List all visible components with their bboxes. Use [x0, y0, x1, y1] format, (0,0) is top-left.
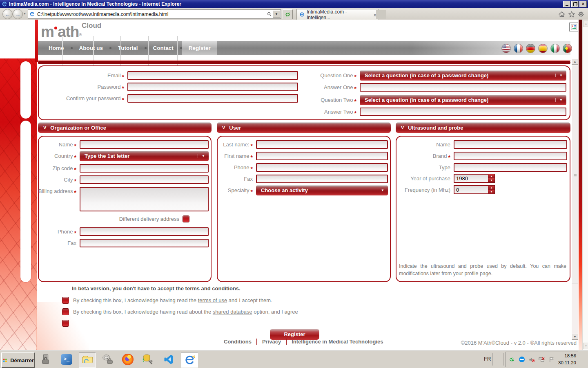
user-firstname-input[interactable] [256, 152, 388, 160]
user-lastname-input[interactable] [256, 140, 388, 149]
restore-button[interactable] [571, 1, 579, 7]
nav-item-register[interactable]: Register [182, 41, 217, 55]
terms-checkbox-2[interactable] [62, 308, 69, 315]
terms-text: By checking this box, I acknowledge havi… [73, 297, 198, 303]
spin-up-button[interactable]: ▲ [488, 174, 494, 178]
terms-text: option, and I agree [252, 309, 298, 315]
history-dropdown[interactable]: ▼ [23, 12, 26, 15]
org-country-select[interactable]: Type the 1st letter ▼ [80, 151, 209, 161]
confirm-password-input[interactable] [127, 94, 298, 103]
user-section-header[interactable]: V User [217, 122, 391, 133]
flag-pt-icon[interactable] [563, 44, 572, 53]
probe-name-input[interactable] [454, 140, 567, 149]
collapse-icon[interactable]: V [43, 125, 46, 130]
browser-scroll-up[interactable]: ▲ [583, 20, 588, 27]
password-input[interactable] [127, 83, 298, 91]
browser-scroll-down[interactable]: ▼ [583, 343, 588, 349]
collapse-icon[interactable]: V [222, 125, 225, 130]
forward-button[interactable]: → [13, 9, 23, 19]
antivirus-check-icon[interactable] [508, 356, 515, 363]
teamviewer-icon[interactable] [518, 356, 525, 363]
nav-item-contact[interactable]: Contact [147, 41, 180, 55]
email-input[interactable] [127, 71, 298, 80]
clock-date: 30.11.20 [558, 359, 576, 366]
probe-type-input[interactable] [454, 163, 567, 172]
year-of-purchase-input[interactable] [454, 174, 488, 183]
spin-down-button[interactable]: ▼ [488, 190, 494, 194]
page-scrollbar[interactable]: ▲ ▼ [572, 58, 578, 340]
user-phone-input[interactable] [256, 163, 388, 172]
address-input[interactable] [36, 11, 265, 17]
chevron-down-icon: ▼ [198, 154, 209, 158]
scrollbar-thumb[interactable] [572, 65, 578, 283]
flag-us-icon[interactable] [501, 44, 511, 53]
new-tab-button[interactable] [376, 10, 386, 19]
org-fax-input[interactable] [80, 239, 209, 247]
start-button[interactable]: Démarrer [1, 352, 35, 368]
spin-down-button[interactable]: ▼ [488, 178, 494, 182]
browser-scrollbar[interactable]: ▲ ▼ [582, 20, 588, 350]
flag-de-icon[interactable] [526, 44, 535, 53]
address-dropdown-button[interactable]: ▼ [273, 10, 280, 18]
firefox-icon[interactable] [120, 352, 136, 367]
terms-checkbox-1[interactable] [62, 297, 69, 304]
scroll-down-button[interactable]: ▼ [572, 334, 578, 340]
probe-section-header[interactable]: V Ultrasound and probe [396, 122, 570, 133]
org-name-input[interactable] [80, 140, 209, 149]
org-phone-input[interactable] [80, 227, 209, 236]
network-error-icon[interactable] [538, 356, 545, 363]
nav-item-home[interactable]: Home [42, 41, 71, 55]
language-indicator[interactable]: FR [484, 356, 491, 362]
collapse-icon[interactable]: V [401, 125, 404, 130]
probe-brand-input[interactable] [454, 152, 567, 160]
file-explorer-icon[interactable] [79, 352, 96, 368]
spin-up-button[interactable]: ▲ [488, 186, 494, 190]
settings-gear-icon[interactable] [577, 10, 585, 18]
tray-separator [492, 353, 493, 366]
org-zip-input[interactable] [80, 164, 209, 173]
browser-tab[interactable]: IntimaMedia.com - Intelligen... x [296, 9, 379, 20]
org-section-header[interactable]: V Organization or Office [38, 122, 212, 133]
flag-it-icon[interactable] [550, 44, 560, 53]
user-fax-input[interactable] [256, 175, 388, 183]
question-one-select[interactable]: Select a question (in case of a password… [360, 70, 566, 81]
site-logo: math®Cloud [41, 22, 101, 39]
favorites-star-icon[interactable] [568, 10, 576, 18]
frequency-input[interactable] [454, 185, 488, 194]
vscode-icon[interactable] [160, 352, 177, 367]
nav-item-tutorial[interactable]: Tutorial [111, 41, 145, 55]
user-specialty-select[interactable]: Choose an activity ▼ [256, 185, 388, 195]
terms-of-use-link[interactable]: terms of use [198, 297, 227, 303]
server-manager-icon[interactable] [38, 352, 54, 367]
answer-one-input[interactable] [360, 83, 566, 92]
footer-link-privacy[interactable]: Privacy [262, 339, 281, 345]
close-button[interactable]: × [579, 1, 587, 7]
org-city-input[interactable] [80, 175, 209, 184]
scroll-up-button[interactable]: ▲ [572, 58, 578, 65]
sql-tools-icon[interactable] [140, 352, 156, 367]
answer-two-input[interactable] [360, 108, 566, 116]
flag-es-icon[interactable] [538, 44, 548, 53]
org-billing-textarea[interactable] [80, 187, 209, 211]
register-button[interactable]: Register [270, 329, 319, 340]
admin-tools-icon[interactable] [99, 352, 116, 367]
org-country-value: Type the 1st letter [80, 153, 198, 159]
terms-checkbox-3[interactable] [62, 320, 69, 327]
taskbar-clock[interactable]: 18:56 30.11.20 [558, 352, 576, 366]
nav-item-about[interactable]: About us [73, 41, 110, 55]
back-button[interactable]: ← [2, 9, 13, 19]
footer-link-imt[interactable]: Intelligence in Medical Technologies [292, 339, 383, 345]
minimize-button[interactable] [563, 1, 570, 7]
speaker-muted-icon[interactable] [528, 356, 535, 363]
refresh-button[interactable] [283, 9, 293, 19]
search-icon[interactable] [265, 10, 273, 18]
shared-database-link[interactable]: shared database [213, 309, 252, 315]
question-two-select[interactable]: Select a question (in case of a password… [360, 95, 566, 105]
home-icon[interactable] [558, 10, 566, 18]
footer-link-conditions[interactable]: Conditions [224, 339, 252, 345]
powershell-icon[interactable]: >_ [58, 352, 75, 367]
delivery-address-checkbox[interactable] [183, 215, 189, 222]
internet-explorer-icon[interactable] [181, 352, 198, 368]
flag-notification-icon[interactable] [548, 356, 555, 363]
flag-fr-icon[interactable] [514, 44, 523, 53]
